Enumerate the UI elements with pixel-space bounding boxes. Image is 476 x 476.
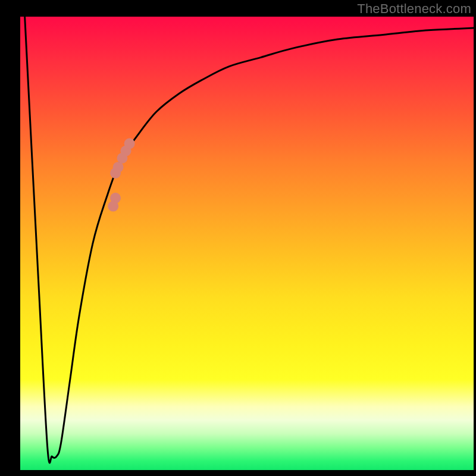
highlight-marker bbox=[108, 201, 118, 212]
watermark-text: TheBottleneck.com bbox=[357, 1, 471, 17]
highlight-markers bbox=[108, 138, 134, 211]
highlight-marker bbox=[124, 138, 135, 149]
chart-frame: TheBottleneck.com bbox=[0, 0, 476, 476]
marker-layer bbox=[20, 17, 474, 470]
